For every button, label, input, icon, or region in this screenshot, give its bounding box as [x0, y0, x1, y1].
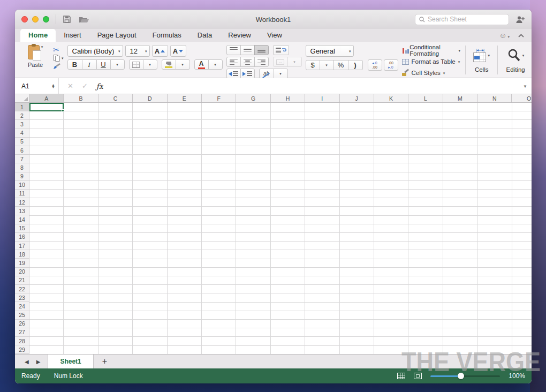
column-header-H[interactable]: H — [271, 94, 305, 102]
close-button[interactable] — [21, 16, 28, 22]
decrease-decimal-button[interactable]: .00 ▸.0 — [384, 59, 398, 71]
share-person-icon[interactable] — [515, 16, 525, 24]
column-header-N[interactable]: N — [477, 94, 512, 102]
column-header-B[interactable]: B — [64, 94, 98, 102]
tab-review[interactable]: Review — [220, 29, 259, 42]
increase-font-size-button[interactable]: A — [152, 45, 168, 57]
borders-button[interactable] — [129, 59, 143, 70]
font-size-select[interactable]: 12 ▾ — [125, 45, 150, 57]
row-header-15[interactable]: 15 — [15, 224, 29, 233]
search-input[interactable] — [428, 16, 505, 23]
row-header-28[interactable]: 28 — [15, 337, 29, 345]
row-header-21[interactable]: 21 — [15, 276, 29, 285]
row-header-16[interactable]: 16 — [15, 233, 29, 242]
normal-view-icon[interactable] — [397, 373, 405, 379]
column-header-D[interactable]: D — [133, 94, 167, 102]
tab-insert[interactable]: Insert — [56, 29, 89, 42]
editing-button[interactable]: ▾ — [507, 45, 525, 65]
increase-indent-button[interactable] — [240, 69, 255, 79]
row-header-2[interactable]: 2 — [15, 111, 29, 120]
column-header-K[interactable]: K — [374, 94, 408, 102]
row-header-29[interactable]: 29 — [15, 345, 29, 354]
font-name-select[interactable]: Calibri (Body) ▾ — [67, 45, 123, 57]
save-icon[interactable] — [63, 15, 71, 24]
row-header-23[interactable]: 23 — [15, 293, 29, 302]
align-right-button[interactable] — [254, 57, 269, 67]
align-top-button[interactable] — [226, 45, 241, 55]
currency-button[interactable]: $ — [306, 60, 320, 70]
row-header-10[interactable]: 10 — [15, 181, 29, 190]
paste-dropdown[interactable]: ▾ — [41, 45, 43, 49]
tab-page-layout[interactable]: Page Layout — [89, 29, 145, 42]
row-header-9[interactable]: 9 — [15, 172, 29, 181]
underline-button[interactable]: U — [96, 59, 111, 70]
align-bottom-button[interactable] — [254, 45, 269, 55]
fill-color-dropdown[interactable]: ▾ — [176, 59, 190, 70]
row-header-20[interactable]: 20 — [15, 268, 29, 276]
collapse-ribbon-button[interactable] — [518, 34, 524, 37]
cells-button[interactable]: |◂—▸| ▾ — [473, 45, 490, 65]
paste-button[interactable]: ▾ Paste — [20, 45, 50, 70]
column-header-E[interactable]: E — [168, 94, 202, 102]
column-header-I[interactable]: I — [305, 94, 339, 102]
merge-center-button[interactable]: ↔ — [273, 57, 288, 67]
name-box[interactable]: A1 ▲ ▼ — [15, 78, 59, 94]
underline-dropdown[interactable]: ▾ — [110, 59, 125, 70]
font-color-dropdown[interactable]: ▾ — [208, 59, 223, 70]
confirm-entry-button[interactable]: ✓ — [82, 82, 88, 90]
fill-color-button[interactable] — [162, 59, 176, 70]
selected-cell-A1[interactable] — [29, 103, 64, 111]
conditional-formatting-button[interactable]: Conditional Formatting ▾ — [402, 46, 461, 55]
add-sheet-button[interactable]: + — [94, 355, 116, 368]
cell-styles-button[interactable]: Cell Styles ▾ — [402, 68, 461, 78]
orientation-button[interactable]: ab — [259, 69, 274, 79]
tab-view[interactable]: View — [259, 29, 290, 42]
fill-handle[interactable] — [62, 109, 64, 112]
formula-input[interactable] — [103, 78, 532, 94]
align-middle-button[interactable] — [240, 45, 255, 55]
row-header-17[interactable]: 17 — [15, 242, 29, 250]
row-header-4[interactable]: 4 — [15, 129, 29, 138]
column-header-L[interactable]: L — [408, 94, 443, 102]
row-header-7[interactable]: 7 — [15, 155, 29, 163]
row-header-22[interactable]: 22 — [15, 285, 29, 293]
copy-button[interactable]: ▾ — [53, 55, 64, 62]
feedback-smiley-button[interactable]: ☺▾ — [499, 31, 510, 40]
row-header-13[interactable]: 13 — [15, 207, 29, 215]
tab-formulas[interactable]: Formulas — [145, 29, 189, 42]
borders-dropdown[interactable]: ▾ — [143, 59, 157, 70]
currency-dropdown[interactable]: ▾ — [320, 60, 334, 70]
page-layout-view-icon[interactable] — [414, 373, 422, 379]
column-header-O[interactable]: O — [512, 94, 532, 102]
search-box[interactable] — [415, 14, 509, 25]
align-center-button[interactable] — [240, 57, 255, 67]
row-header-19[interactable]: 19 — [15, 259, 29, 267]
row-header-11[interactable]: 11 — [15, 190, 29, 198]
open-folder-icon[interactable] — [79, 16, 89, 24]
number-format-select[interactable]: General ▾ — [306, 45, 354, 57]
cancel-entry-button[interactable]: ✕ — [67, 82, 73, 90]
insert-function-button[interactable]: ƒx — [96, 82, 103, 91]
row-header-14[interactable]: 14 — [15, 215, 29, 224]
row-header-12[interactable]: 12 — [15, 198, 29, 207]
row-header-18[interactable]: 18 — [15, 250, 29, 259]
column-header-J[interactable]: J — [340, 94, 374, 102]
zoom-slider[interactable] — [430, 373, 500, 379]
column-header-M[interactable]: M — [443, 94, 477, 102]
cut-button[interactable]: ✂ — [53, 46, 59, 54]
row-header-8[interactable]: 8 — [15, 163, 29, 172]
row-header-5[interactable]: 5 — [15, 138, 29, 146]
bold-button[interactable]: B — [67, 59, 82, 70]
cells-area[interactable] — [29, 103, 532, 354]
column-header-F[interactable]: F — [202, 94, 236, 102]
previous-sheet-button[interactable]: ◀ — [25, 359, 29, 365]
row-header-3[interactable]: 3 — [15, 120, 29, 129]
tab-data[interactable]: Data — [189, 29, 220, 42]
expand-formula-bar-button[interactable]: ▼ — [523, 84, 527, 89]
align-left-button[interactable] — [226, 57, 241, 67]
merge-dropdown[interactable]: ▾ — [287, 57, 302, 67]
column-header-G[interactable]: G — [236, 94, 270, 102]
row-header-27[interactable]: 27 — [15, 328, 29, 337]
select-all-corner[interactable] — [15, 94, 29, 102]
row-header-6[interactable]: 6 — [15, 146, 29, 155]
